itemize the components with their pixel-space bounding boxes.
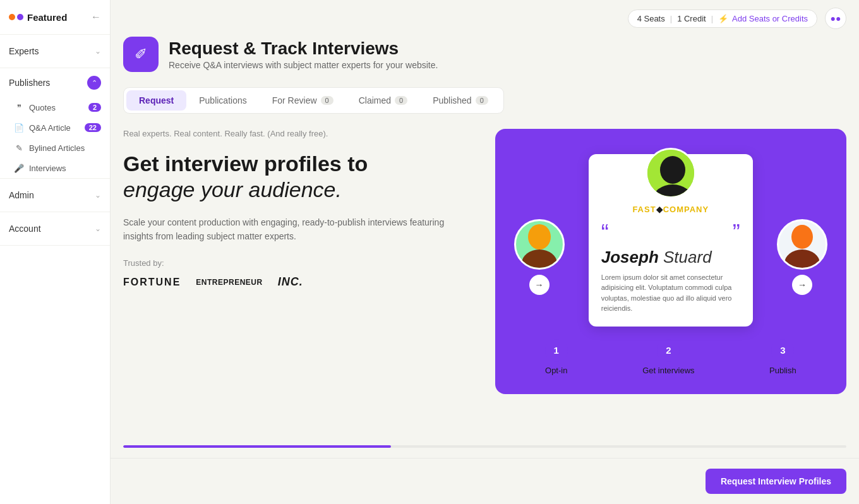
quotes-left: ❞ Quotes [14, 102, 56, 112]
seats-text: 4 Seats [637, 14, 665, 23]
quotes-badge: 2 [88, 103, 101, 112]
sidebar-item-qaarticle[interactable]: 📄 Q&A Article 22 [0, 117, 110, 138]
hero-headline: Get interview profiles to engage your au… [123, 151, 475, 203]
qaarticle-label: Q&A Article [29, 123, 71, 133]
qaarticle-icon: 📄 [14, 123, 24, 133]
svg-point-0 [528, 224, 551, 249]
account-label: Account [9, 224, 41, 234]
sidebar-item-interviews[interactable]: 🎤 Interviews [0, 158, 110, 178]
sidebar-item-bylined[interactable]: ✎ Bylined Articles [0, 138, 110, 158]
experts-section: Experts ⌄ [0, 35, 110, 68]
step-1-label: Opt-in [545, 366, 567, 375]
logo-dot-orange [9, 14, 15, 20]
hero-tagline: Real experts. Real content. Really fast.… [123, 129, 475, 138]
account-section: Account ⌄ [0, 212, 110, 246]
experts-label: Experts [9, 46, 39, 56]
admin-label: Admin [9, 190, 34, 200]
bylined-left: ✎ Bylined Articles [14, 143, 85, 153]
fc-logo: FAST◆COMPANY [601, 205, 740, 214]
tab-published[interactable]: Published 0 [420, 90, 501, 111]
tab-published-label: Published [433, 95, 472, 105]
divider: | [670, 14, 672, 23]
step-3: 3 Publish [769, 339, 796, 375]
progress-bar-wrapper [111, 435, 859, 458]
left-arrow-button[interactable]: → [529, 275, 550, 295]
sidebar-item-account[interactable]: Account ⌄ [0, 217, 110, 240]
bylined-label: Bylined Articles [29, 143, 85, 153]
publishers-chevron-icon: ⌃ [87, 76, 101, 90]
trusted-by-label: Trusted by: [123, 258, 475, 268]
sidebar-item-quotes[interactable]: ❞ Quotes 2 [0, 97, 110, 117]
tab-for-review-badge: 0 [321, 96, 333, 105]
sidebar-item-experts[interactable]: Experts ⌄ [0, 40, 110, 63]
credit-text: 1 Credit [677, 14, 706, 23]
tabs-bar: Request Publications For Review 0 Claime… [123, 87, 504, 114]
fc-expert-svg [647, 150, 696, 198]
step-1-number: 1 [545, 339, 568, 362]
header-bar: 4 Seats | 1 Credit | ⚡ Add Seats or Cred… [111, 0, 859, 37]
fc-avatar-area [601, 167, 740, 198]
quotes-label: Quotes [29, 103, 56, 112]
right-arrow-button[interactable]: → [792, 275, 812, 295]
tab-claimed[interactable]: Claimed 0 [346, 90, 420, 111]
fc-expert-avatar [646, 148, 696, 198]
right-person-svg [780, 219, 824, 270]
header-dots-button[interactable]: ●● [825, 8, 846, 29]
sidebar-logo-area: Featured ← [0, 0, 110, 35]
logo-text: Featured [27, 12, 67, 23]
main-area: 4 Seats | 1 Credit | ⚡ Add Seats or Cred… [111, 0, 859, 504]
collapse-sidebar-button[interactable]: ← [91, 11, 101, 23]
steps-row: 1 Opt-in 2 Get interviews 3 Publish [508, 339, 834, 375]
add-seats-label: Add Seats or Credits [732, 14, 808, 23]
qaarticle-badge: 22 [85, 123, 101, 132]
experts-chevron-icon: ⌄ [95, 47, 101, 56]
publishers-label: Publishers [9, 78, 50, 88]
content-area: ✐ Request & Track Interviews Receive Q&A… [111, 37, 859, 435]
lightning-icon: ⚡ [718, 14, 728, 23]
tab-publications[interactable]: Publications [186, 90, 260, 111]
brand-fortune: FORTUNE [123, 277, 181, 288]
bottom-bar: Request Interview Profiles [111, 458, 859, 504]
step-3-label: Publish [769, 366, 796, 375]
logo-mark: Featured [9, 12, 67, 23]
interviews-left: 🎤 Interviews [14, 163, 66, 173]
fc-logo-text: FAST [632, 205, 656, 214]
tab-publications-label: Publications [199, 95, 247, 105]
publishers-header[interactable]: Publishers ⌃ [0, 68, 110, 97]
publishers-section: Publishers ⌃ ❞ Quotes 2 📄 Q&A Article 22… [0, 68, 110, 179]
logo-dot-purple [17, 14, 23, 20]
svg-point-1 [522, 249, 557, 270]
side-avatar-left: → [514, 219, 565, 295]
page-title: Request & Track Interviews [169, 39, 438, 59]
tab-request[interactable]: Request [126, 90, 186, 111]
hero-headline-line1: Get interview profiles to [123, 152, 368, 176]
brand-inc: Inc. [278, 275, 303, 289]
step-2-number: 2 [657, 339, 680, 362]
add-seats-credits-button[interactable]: ⚡ Add Seats or Credits [718, 14, 808, 23]
account-chevron-icon: ⌄ [95, 224, 101, 233]
sidebar-item-admin[interactable]: Admin ⌄ [0, 184, 110, 207]
tab-for-review[interactable]: For Review 0 [260, 90, 346, 111]
step-2: 2 Get interviews [642, 339, 694, 375]
close-quote: ” [733, 224, 740, 243]
seats-credits-button[interactable]: 4 Seats | 1 Credit | ⚡ Add Seats or Cred… [628, 9, 817, 28]
sidebar: Featured ← Experts ⌄ Publishers ⌃ ❞ Quot… [0, 0, 111, 504]
brand-logos: FORTUNE Entrepreneur Inc. [123, 275, 475, 289]
brand-entrepreneur: Entrepreneur [196, 278, 262, 287]
admin-chevron-icon: ⌄ [95, 191, 101, 200]
request-interview-profiles-button[interactable]: Request Interview Profiles [706, 469, 846, 494]
logo-dots [9, 14, 23, 20]
expert-last: Stuard [663, 248, 712, 267]
tab-request-label: Request [139, 95, 174, 105]
qaarticle-left: 📄 Q&A Article [14, 123, 71, 133]
left-person-svg [517, 219, 562, 270]
page-icon-symbol: ✐ [135, 45, 147, 63]
expert-name: Joseph Stuard [601, 248, 740, 267]
expert-first: Joseph [601, 248, 659, 267]
experts-left: Experts [9, 46, 39, 56]
interviews-label: Interviews [29, 164, 66, 173]
illustration-inner: → [508, 154, 834, 375]
admin-section: Admin ⌄ [0, 179, 110, 212]
left-content: Real experts. Real content. Really fast.… [123, 129, 475, 289]
page-icon: ✐ [123, 37, 159, 72]
